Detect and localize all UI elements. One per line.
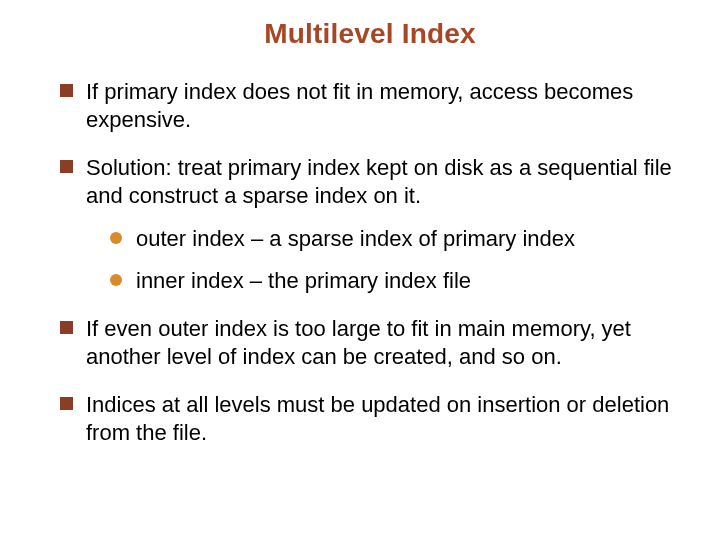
bullet-text: outer index – a sparse index of primary … [136,226,575,251]
slide-title: Multilevel Index [60,18,680,50]
list-item: outer index – a sparse index of primary … [110,225,680,253]
bullet-text: If even outer index is too large to fit … [86,316,631,369]
list-item: inner index – the primary index file [110,267,680,295]
sub-bullet-list: outer index – a sparse index of primary … [110,225,680,295]
bullet-text: Solution: treat primary index kept on di… [86,155,672,208]
list-item: Solution: treat primary index kept on di… [60,154,680,295]
bullet-text: inner index – the primary index file [136,268,471,293]
bullet-text: If primary index does not fit in memory,… [86,79,633,132]
bullet-list: If primary index does not fit in memory,… [60,78,680,448]
slide: Multilevel Index If primary index does n… [0,0,720,540]
list-item: Indices at all levels must be updated on… [60,391,680,447]
list-item: If primary index does not fit in memory,… [60,78,680,134]
bullet-text: Indices at all levels must be updated on… [86,392,669,445]
list-item: If even outer index is too large to fit … [60,315,680,371]
